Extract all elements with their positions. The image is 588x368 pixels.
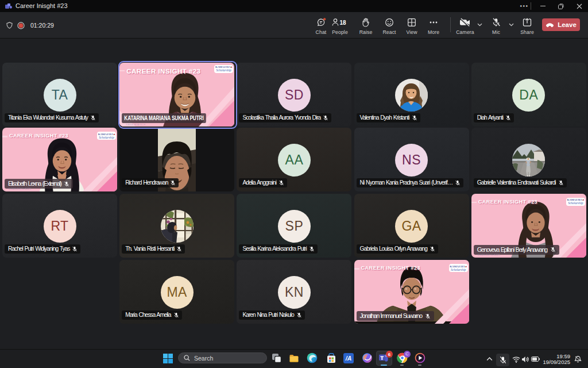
- svg-text:18: 18: [340, 20, 347, 26]
- svg-text:/A: /A: [345, 355, 352, 362]
